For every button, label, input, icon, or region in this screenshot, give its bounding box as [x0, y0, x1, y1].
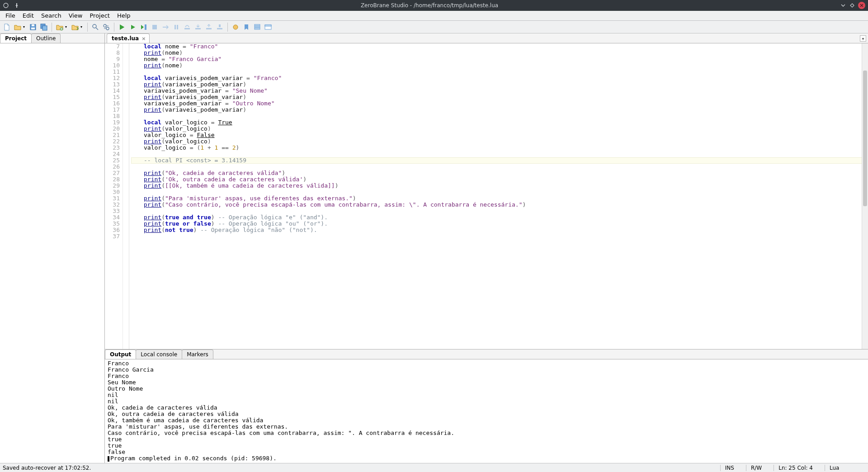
- toggle-breakpoint-icon[interactable]: [231, 22, 241, 32]
- minimize-icon[interactable]: [840, 2, 846, 9]
- main-area: Project Outline teste.lua × ▾ 7891011121…: [0, 33, 868, 463]
- new-file-icon[interactable]: [2, 22, 12, 32]
- replace-icon[interactable]: [101, 22, 111, 32]
- menu-bar: File Edit Search View Project Help: [0, 11, 868, 21]
- menu-file[interactable]: File: [2, 11, 19, 20]
- project-panel: Project Outline: [0, 33, 105, 463]
- left-panel-tabs: Project Outline: [0, 33, 104, 43]
- editor-area: teste.lua × ▾ 78910111213141516171819202…: [105, 33, 868, 463]
- save-all-icon[interactable]: [39, 22, 49, 32]
- title-bar: ZeroBrane Studio - /home/franco/tmp/lua/…: [0, 0, 868, 11]
- menu-search[interactable]: Search: [38, 11, 65, 20]
- project-dir-icon[interactable]: ▾: [55, 22, 65, 32]
- output-content[interactable]: FrancoFranco GarciaFrancoSeu NomeOutro N…: [105, 359, 868, 463]
- svg-rect-2: [32, 24, 34, 26]
- stop-icon[interactable]: [150, 22, 160, 32]
- step-over-icon[interactable]: [182, 22, 192, 32]
- status-lang: Lua: [825, 465, 865, 471]
- svg-rect-5: [42, 26, 47, 30]
- menu-project[interactable]: Project: [86, 11, 113, 20]
- svg-rect-16: [195, 28, 201, 29]
- tab-output[interactable]: Output: [105, 349, 136, 359]
- svg-point-9: [106, 27, 109, 30]
- step-out-icon[interactable]: [204, 22, 214, 32]
- tab-project[interactable]: Project: [0, 33, 32, 43]
- window-title: ZeroBrane Studio - /home/franco/tmp/lua/…: [30, 2, 829, 9]
- output-panel: Output Local console Markers FrancoFranc…: [105, 349, 868, 463]
- find-icon[interactable]: [90, 22, 100, 32]
- run-to-cursor-icon[interactable]: [139, 22, 149, 32]
- svg-rect-10: [145, 24, 146, 30]
- open-file-icon[interactable]: ▾: [13, 22, 23, 32]
- vertical-scrollbar[interactable]: [862, 43, 868, 349]
- editor-tab-label: teste.lua: [112, 35, 139, 42]
- svg-rect-21: [255, 24, 260, 26]
- project-tree[interactable]: [0, 43, 104, 463]
- pause-icon[interactable]: [171, 22, 181, 32]
- svg-rect-12: [163, 27, 168, 28]
- stack-icon[interactable]: [252, 22, 262, 32]
- svg-rect-3: [31, 28, 35, 29]
- menu-help[interactable]: Help: [113, 11, 134, 20]
- close-icon[interactable]: ×: [142, 36, 146, 42]
- tab-outline[interactable]: Outline: [31, 33, 61, 43]
- pin-icon[interactable]: [14, 2, 20, 9]
- run-no-debug-icon[interactable]: [128, 22, 138, 32]
- svg-point-8: [104, 24, 106, 27]
- watch-icon[interactable]: [263, 22, 273, 32]
- chevron-down-icon[interactable]: ▾: [79, 22, 84, 32]
- status-pos: Ln: 25 Col: 4: [774, 465, 817, 471]
- svg-rect-25: [265, 25, 271, 26]
- svg-point-7: [93, 24, 96, 28]
- svg-rect-18: [217, 28, 222, 29]
- svg-point-6: [60, 28, 63, 30]
- svg-rect-13: [175, 25, 176, 29]
- status-ins: INS: [720, 465, 739, 471]
- chevron-down-icon[interactable]: ▾: [860, 35, 866, 42]
- run-icon[interactable]: [117, 22, 127, 32]
- scrollbar-thumb[interactable]: [863, 71, 867, 206]
- bottom-panel-tabs: Output Local console Markers: [105, 349, 868, 359]
- tab-local-console[interactable]: Local console: [136, 349, 182, 359]
- app-menu-icon[interactable]: [3, 2, 9, 9]
- code-editor[interactable]: 7891011121314151617181920212223242526272…: [105, 43, 868, 349]
- fold-margin[interactable]: [123, 43, 129, 349]
- svg-rect-22: [255, 26, 260, 28]
- status-rw: R/W: [746, 465, 766, 471]
- editor-tabs: teste.lua × ▾: [105, 33, 868, 43]
- svg-rect-17: [206, 28, 212, 29]
- editor-tab-teste[interactable]: teste.lua ×: [107, 33, 150, 43]
- status-message: Saved auto-recover at 17:02:52.: [3, 465, 713, 471]
- tab-markers[interactable]: Markers: [182, 349, 213, 359]
- chevron-down-icon[interactable]: ▾: [64, 22, 68, 32]
- tool-bar: ▾ ▾ ▾: [0, 21, 868, 33]
- chevron-down-icon[interactable]: ▾: [22, 22, 26, 32]
- svg-rect-11: [152, 25, 157, 29]
- svg-point-0: [4, 3, 8, 8]
- break-icon[interactable]: [160, 22, 170, 32]
- svg-point-20: [233, 25, 238, 29]
- continue-icon[interactable]: [215, 22, 225, 32]
- editor-content[interactable]: local nome = "Franco"print(nome)nome = "…: [129, 43, 868, 349]
- maximize-icon[interactable]: [849, 2, 855, 9]
- bookmark-icon[interactable]: [241, 22, 251, 32]
- menu-edit[interactable]: Edit: [19, 11, 38, 20]
- save-file-icon[interactable]: [28, 22, 38, 32]
- svg-rect-15: [184, 28, 190, 29]
- status-bar: Saved auto-recover at 17:02:52. INS R/W …: [0, 463, 868, 472]
- svg-rect-23: [255, 28, 260, 29]
- editor-gutter: 7891011121314151617181920212223242526272…: [105, 43, 123, 349]
- recent-projects-icon[interactable]: ▾: [70, 22, 80, 32]
- menu-view[interactable]: View: [65, 11, 86, 20]
- svg-rect-14: [177, 25, 178, 29]
- svg-rect-19: [219, 24, 221, 27]
- step-into-icon[interactable]: [193, 22, 203, 32]
- close-icon[interactable]: [858, 2, 865, 9]
